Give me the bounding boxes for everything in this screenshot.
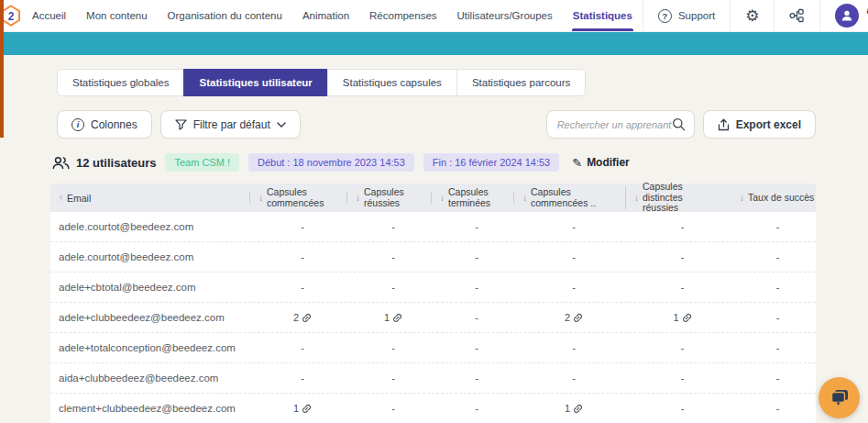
avatar: [835, 4, 859, 28]
value-text: -: [301, 342, 304, 353]
screen-recording-strip: [0, 0, 4, 138]
tab-statistiques-globales[interactable]: Statistiques globales: [57, 69, 183, 96]
org-structure-button[interactable]: [774, 0, 819, 31]
svg-text:2: 2: [8, 10, 15, 23]
table-row[interactable]: adele.courtot@beedeez.com------: [50, 242, 816, 273]
table-row[interactable]: adele.courtot@beedeez.com------: [50, 212, 816, 242]
table-row[interactable]: aida+clubbeedeez@beedeez.com------: [50, 363, 816, 394]
export-excel-button[interactable]: Export excel: [703, 110, 816, 139]
search-learner-box: [546, 110, 695, 139]
top-navigation-bar: 2 Accueil Mon contenu Organisation du co…: [0, 0, 868, 32]
chat-bubbles-icon: [830, 388, 850, 407]
row-value: -: [625, 282, 731, 293]
column-header-email[interactable]: ↑Email: [50, 193, 249, 204]
gear-icon: ⚙: [745, 8, 759, 24]
info-icon: i: [71, 118, 84, 131]
row-email: adele.courtot@beedeez.com: [50, 251, 249, 262]
row-email: adele+clubbeedeez@beedeez.com: [50, 312, 249, 323]
support-button[interactable]: ? Support: [643, 0, 730, 31]
sort-asc-icon[interactable]: ↑: [59, 193, 63, 203]
value-text: -: [776, 282, 780, 293]
tab-statistiques-capsules[interactable]: Statistiques capsules: [327, 69, 456, 96]
column-header[interactable]: ↓Capsules réussies: [346, 187, 431, 209]
link-icon: [302, 404, 312, 414]
value-text: -: [391, 403, 395, 414]
row-value: -: [431, 403, 513, 414]
table-row[interactable]: adele+clubbeedeez@beedeez.com21-21-: [50, 303, 816, 333]
nav-item-utilisateurs-groupes[interactable]: Utilisateurs/Groupes: [447, 0, 563, 31]
search-icon[interactable]: [672, 117, 686, 131]
column-header[interactable]: ↓Capsules commencées: [249, 187, 346, 209]
account-menu[interactable]: adele.courtot@beedeez.com (pour Club Bee…: [819, 0, 868, 31]
columns-button[interactable]: i Colonnes: [57, 110, 152, 139]
row-value: -: [731, 373, 816, 384]
column-divider: [249, 192, 250, 205]
settings-button[interactable]: ⚙: [730, 0, 774, 31]
column-divider: [431, 192, 432, 205]
nav-item-accueil[interactable]: Accueil: [22, 0, 76, 31]
value-text: -: [391, 221, 395, 232]
value-text: -: [776, 342, 780, 353]
column-header[interactable]: ↓Taux de succès: [731, 193, 816, 204]
row-email: clement+clubbeedeez@beedeez.com: [50, 403, 249, 414]
link-icon: [682, 313, 692, 323]
value-text: -: [572, 251, 576, 262]
nav-item-organisation-du-contenu[interactable]: Organisation du contenu: [158, 0, 292, 31]
search-input[interactable]: [557, 119, 672, 130]
column-header[interactable]: ↓Capsules terminées: [431, 187, 513, 209]
row-value: -: [249, 342, 346, 353]
row-value: -: [346, 403, 431, 414]
column-divider: [346, 192, 347, 205]
nav-item-statistiques[interactable]: Statistiques: [563, 0, 643, 31]
row-value[interactable]: 2: [249, 312, 346, 323]
row-value[interactable]: 1: [513, 403, 625, 414]
row-value: -: [249, 251, 346, 262]
value-text: -: [681, 342, 685, 353]
row-value[interactable]: 2: [513, 312, 625, 323]
value-text: -: [301, 251, 304, 262]
modify-button[interactable]: ✎ Modifier: [572, 156, 630, 170]
pencil-icon: ✎: [572, 156, 582, 170]
table-row[interactable]: clement+clubbeedeez@beedeez.com1--1--: [50, 394, 816, 423]
value-text: -: [572, 342, 576, 353]
nav-item-recompenses[interactable]: Récompenses: [359, 0, 447, 31]
table-row[interactable]: adele+cbtotal@beedeez.com------: [50, 273, 816, 303]
filter-button[interactable]: Filtre par défaut: [160, 110, 301, 139]
row-value: -: [431, 251, 513, 262]
nav-item-mon-contenu[interactable]: Mon contenu: [76, 0, 158, 31]
tab-statistiques-utilisateur[interactable]: Statistiques utilisateur: [183, 69, 326, 96]
column-header[interactable]: ↓Capsules commencées ..: [513, 187, 625, 209]
sort-desc-icon[interactable]: ↓: [522, 193, 527, 203]
value-text: -: [475, 342, 478, 353]
column-label: Taux de succès: [748, 193, 814, 204]
chat-launcher-button[interactable]: [819, 377, 860, 418]
table-toolbar: i Colonnes Filtre par défaut: [57, 110, 816, 139]
sort-desc-icon[interactable]: ↓: [356, 193, 360, 203]
nav-item-animation[interactable]: Animation: [292, 0, 359, 31]
row-value[interactable]: 1: [346, 312, 431, 323]
teal-banner: [0, 32, 868, 55]
value-text: -: [475, 312, 478, 323]
value-text: -: [776, 373, 780, 384]
column-divider: [625, 186, 626, 209]
value-text: -: [391, 373, 395, 384]
row-value: -: [731, 403, 816, 414]
tab-statistiques-parcours[interactable]: Statistiques parcours: [456, 69, 586, 96]
row-value[interactable]: 1: [625, 312, 731, 323]
link-icon: [302, 313, 312, 323]
team-badge: Team CSM !: [165, 153, 239, 172]
column-header[interactable]: ↓Capsules distinctes réussies: [625, 182, 731, 214]
row-value[interactable]: 1: [249, 403, 346, 414]
value-text: 2: [293, 312, 299, 323]
value-text: -: [475, 373, 478, 384]
link-icon: [573, 404, 583, 414]
sort-desc-icon[interactable]: ↓: [440, 193, 445, 203]
row-value: -: [731, 221, 816, 232]
value-text: -: [475, 282, 478, 293]
table-header-row: ↑Email↓Capsules commencées↓Capsules réus…: [50, 184, 816, 212]
column-label: Email: [67, 193, 91, 204]
table-row[interactable]: adele+totalconception@beedeez.com------: [50, 333, 816, 363]
sort-desc-icon[interactable]: ↓: [634, 193, 639, 203]
sort-desc-icon[interactable]: ↓: [740, 193, 744, 203]
sort-desc-icon[interactable]: ↓: [258, 193, 263, 203]
